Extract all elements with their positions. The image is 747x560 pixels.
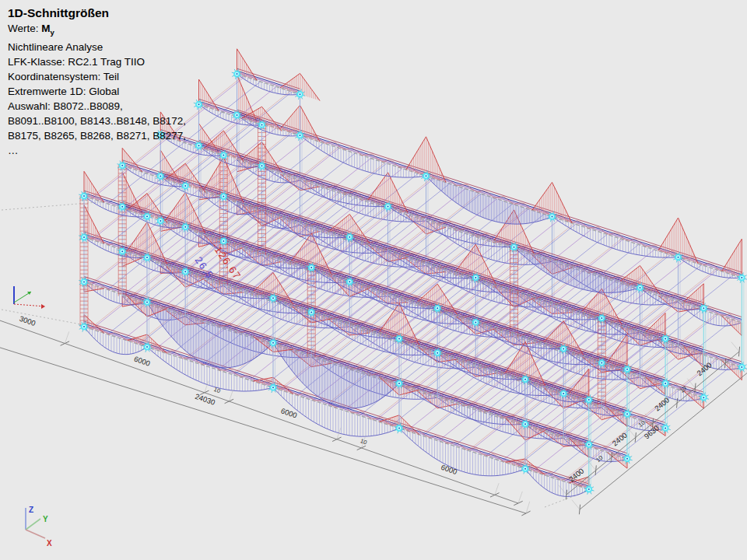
axis-x-label: X xyxy=(47,539,52,548)
dim-bottom-primary: 3000600010600010600024030 xyxy=(0,307,523,506)
global-axes-triad: ZYX xyxy=(26,506,52,548)
legend-values-line: Werte: My xyxy=(8,21,186,40)
legend-line: B8175, B8265, B8268, B8271, B8277, xyxy=(8,128,186,143)
legend-line: Nichtlineare Analyse xyxy=(8,40,186,54)
ucs-triad xyxy=(14,286,45,309)
dimension-label: 6000 xyxy=(133,355,152,368)
dim-right-primary: 24001024001024001024009630 xyxy=(559,342,740,500)
legend-line: Koordinatensystem: Teil xyxy=(8,69,186,84)
legend-line: Extremwerte 1D: Global xyxy=(8,84,186,99)
deck-middle xyxy=(84,155,742,458)
legend-line: B8091..B8100, B8143..B8148, B8172, xyxy=(8,114,186,128)
dimension-label: 6000 xyxy=(280,406,299,419)
legend-line: LFK-Klasse: RC2.1 Trag TIIO xyxy=(8,54,186,69)
dimension-label: 10 xyxy=(213,386,222,394)
dimension-total-label: 24030 xyxy=(194,392,216,407)
axis-z-label: Z xyxy=(29,506,33,514)
legend-line: Auswahl: B8072..B8089, xyxy=(8,99,186,114)
legend-title: 1D-Schnittgrößen xyxy=(8,5,186,21)
dimension-label: 3000 xyxy=(19,314,37,327)
result-legend: 1D-Schnittgrößen Werte: My Nichtlineare … xyxy=(8,5,186,158)
dimension-label: 6000 xyxy=(440,463,458,476)
axis-y-label: Y xyxy=(43,515,48,523)
dimension-label: 10 xyxy=(359,437,368,446)
fea-graphics-window: 3000600010600010600024030240010240010240… xyxy=(0,0,747,560)
legend-line: … xyxy=(8,143,186,158)
